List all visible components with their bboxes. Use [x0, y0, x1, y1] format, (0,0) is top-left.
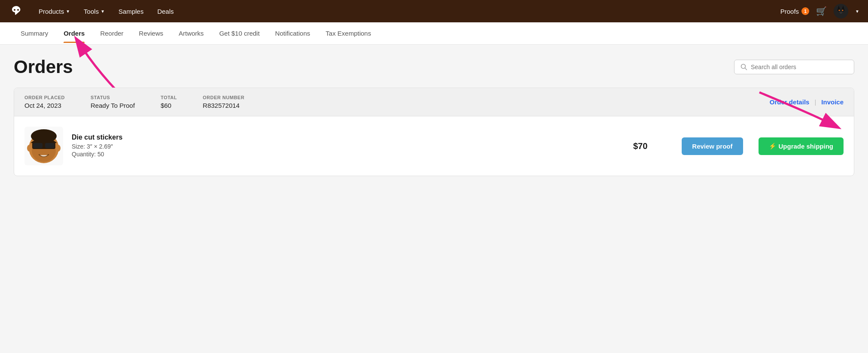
user-dropdown-icon[interactable]: ▼	[855, 9, 859, 14]
divider: |	[814, 98, 816, 106]
tab-tax-exemptions[interactable]: Tax Exemptions	[319, 24, 378, 43]
order-header: ORDER PLACED Oct 24, 2023 STATUS Ready T…	[14, 88, 854, 116]
page-title: Orders	[14, 57, 73, 77]
product-name: Die cut stickers	[72, 134, 599, 141]
main-content: Orders ORDER PLACED Oct	[0, 45, 868, 353]
tab-summary[interactable]: Summary	[14, 24, 55, 43]
order-status-field: STATUS Ready To Proof	[91, 95, 135, 109]
nav-products[interactable]: Products ▼	[33, 4, 76, 18]
tab-get-credit[interactable]: Get $10 credit	[212, 24, 267, 43]
order-number-value: R832572014	[203, 102, 244, 109]
nav-items: Products ▼ Tools ▼ Samples Deals	[33, 4, 180, 18]
product-avatar	[24, 127, 63, 165]
order-card: ORDER PLACED Oct 24, 2023 STATUS Ready T…	[14, 88, 854, 176]
order-placed-value: Oct 24, 2023	[24, 102, 65, 109]
svg-rect-17	[33, 143, 42, 148]
order-item: Die cut stickers Size: 3″ × 2.69″ Quanti…	[14, 116, 854, 176]
sub-navigation: Summary Orders Reorder Reviews Artworks …	[0, 22, 868, 45]
order-actions: Order details | Invoice	[770, 98, 844, 106]
chevron-down-icon: ▼	[100, 9, 105, 14]
svg-point-8	[839, 10, 840, 11]
page-header: Orders	[14, 57, 854, 77]
tab-artworks[interactable]: Artworks	[172, 24, 210, 43]
invoice-link[interactable]: Invoice	[821, 98, 844, 106]
tab-reviews[interactable]: Reviews	[132, 24, 170, 43]
svg-point-20	[27, 145, 32, 152]
order-number-label: ORDER NUMBER	[203, 95, 244, 100]
chevron-down-icon: ▼	[66, 9, 70, 14]
tab-notifications[interactable]: Notifications	[268, 24, 317, 43]
bolt-icon: ⚡	[769, 143, 776, 149]
svg-point-21	[55, 145, 61, 152]
product-quantity: Quantity: 50	[72, 151, 599, 158]
cart-icon[interactable]: 🛒	[816, 6, 827, 16]
product-price: $70	[633, 141, 647, 151]
user-avatar[interactable]	[834, 4, 848, 18]
order-total-value: $60	[161, 102, 177, 109]
proofs-badge: 1	[801, 7, 809, 15]
upgrade-shipping-button[interactable]: ⚡ Upgrade shipping	[759, 137, 844, 155]
svg-rect-19	[42, 145, 45, 146]
order-status-label: STATUS	[91, 95, 135, 100]
order-details-link[interactable]: Order details	[770, 98, 810, 106]
order-placed-label: ORDER PLACED	[24, 95, 65, 100]
top-navigation: Products ▼ Tools ▼ Samples Deals Proofs …	[0, 0, 868, 22]
order-status-value: Ready To Proof	[91, 102, 135, 109]
search-icon	[741, 64, 747, 70]
svg-line-11	[745, 68, 747, 70]
product-image	[24, 127, 63, 165]
product-size: Size: 3″ × 2.69″	[72, 143, 599, 150]
order-total-label: TOTAL	[161, 95, 177, 100]
svg-point-2	[17, 9, 19, 11]
search-box	[734, 60, 854, 74]
proofs-button[interactable]: Proofs 1	[780, 7, 809, 15]
nav-tools[interactable]: Tools ▼	[78, 4, 111, 18]
review-proof-button[interactable]: Review proof	[682, 137, 743, 155]
order-number-field: ORDER NUMBER R832572014	[203, 95, 244, 109]
svg-rect-18	[45, 143, 55, 148]
logo[interactable]	[9, 3, 24, 20]
svg-point-3	[834, 4, 848, 18]
order-placed-field: ORDER PLACED Oct 24, 2023	[24, 95, 65, 109]
order-total-field: TOTAL $60	[161, 95, 177, 109]
tab-orders[interactable]: Orders	[57, 24, 91, 43]
product-info: Die cut stickers Size: 3″ × 2.69″ Quanti…	[72, 134, 599, 158]
svg-point-9	[842, 10, 844, 11]
nav-deals[interactable]: Deals	[151, 4, 179, 18]
search-input[interactable]	[751, 64, 848, 70]
nav-samples[interactable]: Samples	[112, 4, 149, 18]
tab-reorder[interactable]: Reorder	[93, 24, 130, 43]
svg-point-1	[14, 9, 15, 11]
